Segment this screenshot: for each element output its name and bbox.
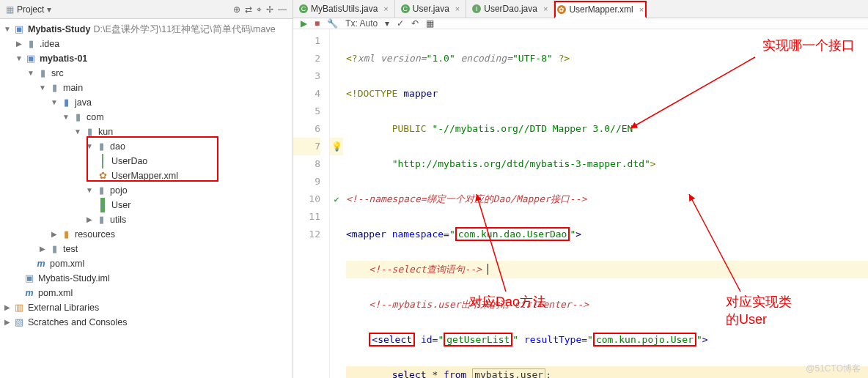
node-label: Scratches and Consoles <box>28 315 128 330</box>
tab-mybatisutils[interactable]: C MyBatisUtils.java × <box>293 0 395 18</box>
package-icon: ▮ <box>95 185 107 196</box>
dropdown-icon[interactable]: ▾ <box>47 4 51 15</box>
lightbulb-icon: 💡 <box>330 138 343 155</box>
source-folder-icon: ▮ <box>60 97 72 108</box>
node-label: pom.xml <box>50 256 84 271</box>
maven-icon: m <box>23 287 35 299</box>
interface-icon: I <box>472 4 481 13</box>
tab-label: User.java <box>413 4 449 14</box>
watermark: @51CTO博客 <box>806 363 861 375</box>
close-icon[interactable]: × <box>455 4 460 13</box>
folder-icon: ▮ <box>37 67 48 79</box>
folder-icon: ▮ <box>48 243 60 255</box>
root-name: Mybatis-Study <box>28 22 90 37</box>
module-icon: ▣ <box>13 23 25 35</box>
tree-pom2[interactable]: m pom.xml <box>0 286 293 300</box>
project-panel: ▦ Project ▾ ⊕ ⇄ ⌖ ✢ — ▼ ▣ Mybatis-Study … <box>0 0 293 378</box>
tab-label: MyBatisUtils.java <box>311 4 378 14</box>
tab-usermapper[interactable]: ✿ UserMapper.xml × <box>554 1 647 18</box>
code-content[interactable]: <?xml version="1.0" encoding="UTF-8" ?> … <box>343 29 868 378</box>
tab-userdao[interactable]: I UserDao.java × <box>466 0 554 18</box>
folder-icon: ▮ <box>48 82 60 94</box>
tx-mode[interactable]: Tx: Auto <box>345 18 378 29</box>
node-label: pom.xml <box>38 286 73 300</box>
folder-icon: ▮ <box>25 38 37 50</box>
tree-user[interactable]: C User <box>0 198 293 212</box>
close-icon[interactable]: × <box>543 4 548 13</box>
commit-icon[interactable]: ✓ <box>397 18 404 29</box>
node-label: .idea <box>40 37 59 51</box>
editor-tabs: C MyBatisUtils.java × C User.java × I Us… <box>293 0 868 18</box>
namespace-value: com.kun.dao.UserDao <box>455 227 570 241</box>
node-label: src <box>51 66 64 81</box>
node-label: mybatis-01 <box>40 51 87 66</box>
tree-src[interactable]: ▼ ▮ src <box>0 66 293 81</box>
package-icon: ▮ <box>95 214 107 226</box>
tab-user[interactable]: C User.java × <box>395 0 466 18</box>
close-icon[interactable]: × <box>639 5 644 14</box>
iml-icon: ▣ <box>23 273 35 284</box>
result-type-value: com.kun.pojo.User <box>593 333 696 346</box>
tree-pom1[interactable]: m pom.xml <box>0 256 293 271</box>
tree-utils[interactable]: ▶ ▮ utils <box>0 212 293 227</box>
xml-file-icon: ✿ <box>557 5 566 14</box>
node-label: test <box>63 242 78 256</box>
tree-com[interactable]: ▼ ▮ com <box>0 110 293 125</box>
collapse-icon[interactable]: ⊕ <box>233 4 240 15</box>
locate-icon[interactable]: ⌖ <box>257 4 262 15</box>
chevron-down-icon[interactable]: ▾ <box>385 18 389 29</box>
scratch-icon: ▧ <box>13 316 25 328</box>
tree-root[interactable]: ▼ ▣ Mybatis-Study D:\E盘课外学习\11狂神笔记\简单代码\… <box>0 22 293 37</box>
gutter-marks: 💡 ✔ <box>330 29 343 378</box>
run-icon[interactable]: ▶ <box>301 18 307 29</box>
package-icon: ▮ <box>72 111 84 123</box>
tab-label: UserMapper.xml <box>569 4 633 15</box>
rollback-icon[interactable]: ↶ <box>411 18 419 29</box>
stop-icon[interactable]: ■ <box>315 18 320 29</box>
class-icon: C <box>299 4 308 13</box>
project-panel-header: ▦ Project ▾ ⊕ ⇄ ⌖ ✢ — <box>0 0 293 19</box>
tree-scratches[interactable]: ▶ ▧ Scratches and Consoles <box>0 315 293 330</box>
tree-module[interactable]: ▼ ▣ mybatis-01 <box>0 51 293 66</box>
tree-java[interactable]: ▼ ▮ java <box>0 95 293 110</box>
more-icon[interactable]: ▦ <box>426 18 434 29</box>
node-label: com <box>87 110 104 125</box>
library-icon: ▥ <box>13 302 25 314</box>
hide-icon[interactable]: — <box>278 4 287 15</box>
project-panel-title: Project <box>17 4 44 15</box>
tree-pojo[interactable]: ▼ ▮ pojo <box>0 183 293 198</box>
wrench-icon[interactable]: 🔧 <box>327 18 338 29</box>
node-label: External Libraries <box>28 300 99 315</box>
line-gutter: 123456 789101112 <box>293 29 330 378</box>
close-icon[interactable]: × <box>383 4 388 13</box>
gear-icon[interactable]: ✢ <box>266 4 273 15</box>
project-icon: ▦ <box>6 4 14 15</box>
class-icon: C <box>401 4 410 13</box>
node-label: Mybatis-Study.iml <box>38 271 110 286</box>
resources-folder-icon: ▮ <box>60 229 72 240</box>
tree-main[interactable]: ▼ ▮ main <box>0 81 293 95</box>
root-path: D:\E盘课外学习\11狂神笔记\简单代码\mave <box>93 22 275 37</box>
tree-iml[interactable]: ▣ Mybatis-Study.iml <box>0 271 293 286</box>
code-editor[interactable]: 123456 789101112 💡 ✔ <?xml version="1.0"… <box>293 29 868 378</box>
editor-toolbar: ▶ ■ 🔧 Tx: Auto ▾ ✓ ↶ ▦ <box>293 18 868 29</box>
tree-extlib[interactable]: ▶ ▥ External Libraries <box>0 300 293 315</box>
editor-area: C MyBatisUtils.java × C User.java × I Us… <box>293 0 868 378</box>
tree-idea[interactable]: ▶ ▮ .idea <box>0 37 293 51</box>
node-label: User <box>111 198 130 212</box>
tree-test[interactable]: ▶ ▮ test <box>0 242 293 256</box>
tab-label: UserDao.java <box>484 4 537 14</box>
expand-icon[interactable]: ⇄ <box>245 4 252 15</box>
module-icon: ▣ <box>25 53 37 64</box>
node-label: resources <box>75 227 115 242</box>
class-icon: C <box>97 199 108 211</box>
node-label: main <box>63 81 83 95</box>
checkmark-icon: ✔ <box>330 190 343 208</box>
node-label: utils <box>110 212 126 227</box>
tree-resources[interactable]: ▶ ▮ resources <box>0 227 293 242</box>
annotation-box-tree <box>87 136 218 182</box>
maven-icon: m <box>35 258 47 270</box>
select-id-value: getUserList <box>444 333 512 346</box>
project-tree[interactable]: ▼ ▣ Mybatis-Study D:\E盘课外学习\11狂神笔记\简单代码\… <box>0 19 293 333</box>
node-label: java <box>75 95 92 110</box>
